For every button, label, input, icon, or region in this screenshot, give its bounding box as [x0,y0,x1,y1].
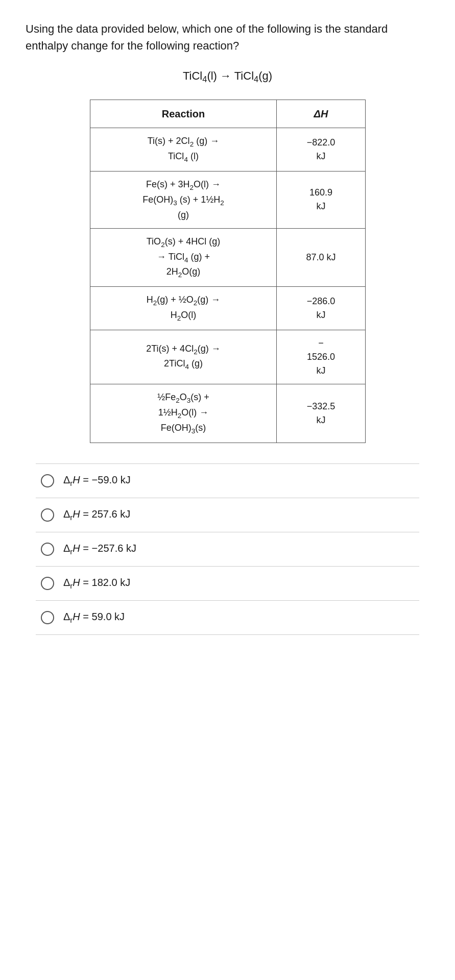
reaction-cell: 2Ti(s) + 4Cl2(g) →2TiCl4 (g) [90,330,277,384]
answer-label-b: ΔrH = 257.6 kJ [63,508,130,522]
table-header-reaction: Reaction [90,100,277,128]
answer-option-c[interactable]: ΔrH = −257.6 kJ [36,532,419,567]
radio-b[interactable] [41,508,54,522]
reaction-cell: ½Fe2O3(s) +1½H2O(l) →Fe(OH)3(s) [90,384,277,443]
table-row: ½Fe2O3(s) +1½H2O(l) →Fe(OH)3(s) −332.5kJ [90,384,365,443]
reaction-cell: H2(g) + ½O2(g) →H2O(l) [90,287,277,330]
table-row: H2(g) + ½O2(g) →H2O(l) −286.0kJ [90,287,365,330]
table-row: TiO2(s) + 4HCl (g)→ TiCl4 (g) +2H2O(g) 8… [90,228,365,287]
reaction-cell: TiO2(s) + 4HCl (g)→ TiCl4 (g) +2H2O(g) [90,228,277,287]
reaction-equation: TiCl4(l) → TiCl4(g) [26,69,429,84]
answer-options: ΔrH = −59.0 kJ ΔrH = 257.6 kJ ΔrH = −257… [26,463,429,635]
dh-cell: −1526.0kJ [277,330,365,384]
answer-label-c: ΔrH = −257.6 kJ [63,543,136,556]
dh-cell: −286.0kJ [277,287,365,330]
data-table: Reaction ΔH Ti(s) + 2Cl2 (g) →TiCl4 (l) … [90,100,366,443]
answer-option-e[interactable]: ΔrH = 59.0 kJ [36,601,419,635]
table-row: Fe(s) + 3H2O(l) →Fe(OH)3 (s) + 1½H2(g) 1… [90,172,365,229]
radio-e[interactable] [41,611,54,624]
table-row: Ti(s) + 2Cl2 (g) →TiCl4 (l) −822.0kJ [90,128,365,172]
dh-cell: −332.5kJ [277,384,365,443]
answer-option-b[interactable]: ΔrH = 257.6 kJ [36,498,419,532]
dh-cell: −822.0kJ [277,128,365,172]
radio-c[interactable] [41,543,54,556]
radio-a[interactable] [41,474,54,487]
table-row: 2Ti(s) + 4Cl2(g) →2TiCl4 (g) −1526.0kJ [90,330,365,384]
reaction-cell: Fe(s) + 3H2O(l) →Fe(OH)3 (s) + 1½H2(g) [90,172,277,229]
radio-d[interactable] [41,577,54,590]
answer-option-a[interactable]: ΔrH = −59.0 kJ [36,463,419,498]
dh-cell: 87.0 kJ [277,228,365,287]
reaction-cell: Ti(s) + 2Cl2 (g) →TiCl4 (l) [90,128,277,172]
answer-label-d: ΔrH = 182.0 kJ [63,577,130,590]
answer-option-d[interactable]: ΔrH = 182.0 kJ [36,567,419,601]
answer-label-e: ΔrH = 59.0 kJ [63,611,125,624]
table-header-dh: ΔH [277,100,365,128]
question-text: Using the data provided below, which one… [26,20,429,54]
answer-label-a: ΔrH = −59.0 kJ [63,474,131,487]
dh-cell: 160.9kJ [277,172,365,229]
